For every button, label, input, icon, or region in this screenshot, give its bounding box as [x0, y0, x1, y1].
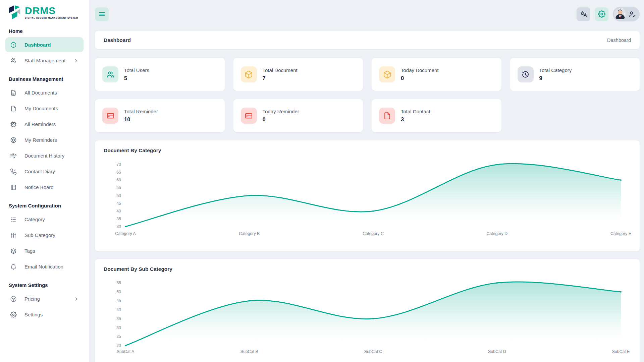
- sidebar-item-email-notification[interactable]: Email Notification: [5, 259, 84, 274]
- chart-area-fill: [125, 164, 621, 227]
- nav-section-header-system-settings: System Settings: [9, 282, 80, 288]
- cpu-icon: [10, 121, 17, 128]
- stat-text: Today Document 0: [401, 67, 439, 81]
- x-axis-category-label: Category E: [610, 231, 631, 236]
- gear-icon: [598, 10, 605, 18]
- chart-marker: [496, 164, 498, 165]
- y-axis-tick-label: 50: [116, 290, 121, 294]
- stat-value: 3: [401, 116, 430, 123]
- stat-tile: [102, 66, 118, 82]
- translate-button[interactable]: [577, 7, 590, 21]
- sidebar-item-staff-management[interactable]: Staff Management: [5, 53, 84, 68]
- sidebar-item-label: All Reminders: [24, 121, 56, 127]
- sidebar-item-tags[interactable]: Tags: [5, 243, 84, 258]
- page-header: Dashboard Dashboard: [95, 31, 640, 49]
- file-icon: [383, 112, 391, 120]
- menu-toggle-button[interactable]: [95, 7, 109, 21]
- y-axis-tick-label: 40: [116, 209, 121, 214]
- users-icon: [10, 57, 17, 64]
- chart-marker: [620, 179, 622, 181]
- profile-button[interactable]: [613, 7, 640, 21]
- stat-tile: [241, 66, 257, 82]
- sidebar-item-my-documents[interactable]: My Documents: [5, 101, 84, 116]
- sidebar-item-pricing[interactable]: Pricing: [5, 291, 84, 306]
- person-check-icon: [629, 10, 636, 18]
- stat-text: Total Contact 3: [401, 109, 430, 123]
- stat-value: 5: [124, 75, 149, 81]
- aperture-icon: [10, 137, 17, 143]
- file-text-icon: [10, 89, 17, 96]
- stat-value: 7: [263, 75, 298, 81]
- wind-icon: [10, 153, 17, 159]
- stat-tile: [518, 66, 534, 82]
- package-icon: [245, 70, 253, 79]
- chart-marker: [249, 300, 250, 301]
- y-axis-tick-label: 35: [116, 217, 121, 221]
- y-axis-tick-label: 35: [116, 316, 121, 321]
- bell-icon: [10, 263, 17, 270]
- y-axis-tick-label: 50: [116, 193, 121, 198]
- x-axis-category-label: Category C: [363, 231, 384, 236]
- sidebar-item-all-reminders[interactable]: All Reminders: [5, 117, 84, 132]
- sidebar-item-document-history[interactable]: Document History: [5, 148, 84, 163]
- sidebar-item-label: All Documents: [24, 90, 57, 96]
- sidebar-item-label: Document History: [24, 153, 64, 159]
- stats-row-1: Total Users 5 Total Document 7 Today Doc…: [95, 58, 640, 91]
- sidebar-item-my-reminders[interactable]: My Reminders: [5, 132, 84, 147]
- main-area: Dashboard Dashboard Total Users 5 Total …: [89, 0, 644, 362]
- stat-card-today-reminder: Today Reminder 0: [233, 99, 363, 132]
- sidebar-item-all-documents[interactable]: All Documents: [5, 85, 84, 100]
- stat-label: Total Users: [124, 67, 149, 73]
- sidebar-item-contact-diary[interactable]: Contact Diary: [5, 164, 84, 179]
- sidebar-item-sub-category[interactable]: Sub Category: [5, 228, 84, 243]
- app-name: DRMS: [25, 6, 78, 16]
- stat-label: Today Document: [401, 67, 439, 73]
- stat-tile: [102, 108, 118, 124]
- y-axis-tick-label: 25: [116, 334, 121, 339]
- stat-text: Total Reminder 10: [124, 109, 158, 123]
- stat-card-total-document: Total Document 7: [233, 58, 363, 91]
- app-root: DRMS DIGITAL RECORD MANAGEMENT SYSTEM Ho…: [0, 0, 644, 362]
- credit-card-icon: [106, 112, 115, 120]
- stat-label: Total Reminder: [124, 109, 158, 114]
- gauge-icon: [10, 42, 17, 48]
- chart-marker: [125, 226, 126, 227]
- stat-label: Total Category: [539, 67, 572, 73]
- layers-icon: [10, 248, 17, 254]
- breadcrumb[interactable]: Dashboard: [607, 38, 631, 43]
- topbar: [95, 0, 640, 31]
- history-icon: [521, 70, 530, 79]
- sidebar-item-label: My Reminders: [24, 137, 57, 143]
- stat-text: Total Category 9: [539, 67, 572, 81]
- settings-button[interactable]: [595, 7, 608, 21]
- package-icon: [383, 70, 391, 79]
- sidebar-item-dashboard[interactable]: Dashboard: [5, 37, 84, 52]
- users-icon: [106, 70, 115, 79]
- stat-tile: [241, 108, 257, 124]
- stat-tile: [379, 66, 395, 82]
- sidebar-item-label: Staff Management: [24, 58, 65, 63]
- app-logo-icon: [7, 5, 22, 20]
- x-axis-category-label: Category A: [115, 231, 136, 236]
- chevron-right-icon: [73, 58, 79, 63]
- y-axis-tick-label: 70: [116, 162, 121, 167]
- stat-value: 9: [539, 75, 572, 81]
- stat-text: Total Users 5: [124, 67, 149, 81]
- sidebar-item-label: Category: [24, 217, 45, 222]
- package-icon: [10, 296, 17, 302]
- y-axis-tick-label: 45: [116, 298, 121, 303]
- phone-icon: [10, 168, 17, 175]
- app-logo-text: DRMS DIGITAL RECORD MANAGEMENT SYSTEM: [25, 6, 78, 19]
- gear-icon: [10, 311, 17, 318]
- sidebar-item-settings[interactable]: Settings: [5, 307, 84, 322]
- sidebar-item-notice-board[interactable]: Notice Board: [5, 180, 84, 195]
- topbar-actions: [577, 7, 640, 21]
- chart-card-document-by-category: Document By Category 706560555045403530C…: [95, 140, 640, 251]
- chart-marker: [373, 318, 374, 319]
- stat-label: Total Contact: [401, 109, 430, 114]
- page-title: Dashboard: [104, 37, 131, 43]
- chevron-right-icon: [73, 296, 79, 302]
- sidebar-item-category[interactable]: Category: [5, 212, 84, 227]
- sidebar-item-label: My Documents: [24, 106, 58, 111]
- list-icon: [10, 216, 17, 223]
